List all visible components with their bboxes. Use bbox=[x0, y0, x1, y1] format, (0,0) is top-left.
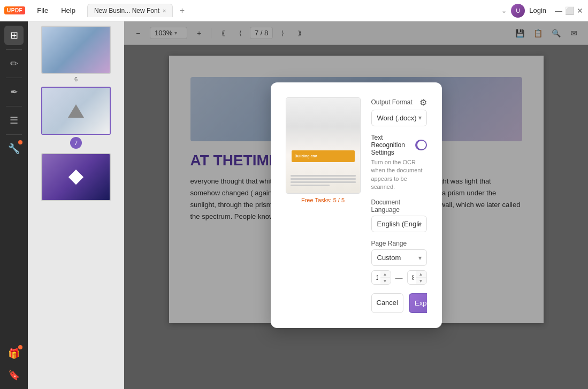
export-button[interactable]: Export bbox=[409, 293, 427, 313]
tab-document[interactable]: New Busin... New Font × bbox=[87, 4, 173, 17]
sidebar-divider-4 bbox=[6, 134, 22, 135]
pages-icon: ⊞ bbox=[10, 29, 18, 41]
ocr-group: Text Recognition Settings Turn on the OC… bbox=[371, 134, 427, 192]
language-label-row: Document Language bbox=[371, 199, 427, 213]
thumb-pagenum-7: 7 bbox=[74, 140, 78, 146]
thumb-pagenum-6: 6 bbox=[74, 76, 78, 82]
app-logo: UPDF bbox=[4, 6, 25, 14]
preview-line-1 bbox=[291, 175, 356, 177]
thumbnail-page-8[interactable] bbox=[32, 153, 120, 201]
tab-title: New Busin... New Font bbox=[94, 7, 159, 14]
thumb-img-8 bbox=[41, 153, 111, 201]
thumb-preview-6 bbox=[42, 27, 110, 73]
preview-bar-text: Building env bbox=[295, 154, 317, 158]
minimize-button[interactable]: — bbox=[555, 7, 562, 14]
tools-badge bbox=[18, 140, 22, 144]
modal-buttons: Cancel Export bbox=[371, 293, 427, 313]
window-controls: — ⬜ ✕ bbox=[555, 7, 584, 14]
thumb-img-7 bbox=[41, 87, 111, 135]
gift-badge bbox=[18, 345, 22, 349]
tab-area: New Busin... New Font × + bbox=[87, 4, 501, 17]
menu-file[interactable]: File bbox=[32, 4, 54, 17]
page-range-inputs: ▲ ▼ — ▲ ▼ bbox=[371, 270, 427, 285]
language-label: Document Language bbox=[371, 199, 427, 213]
preview-line-4 bbox=[291, 185, 330, 186]
ocr-toggle[interactable] bbox=[415, 140, 427, 150]
tab-close-btn[interactable]: × bbox=[163, 8, 166, 14]
forms-icon: ☰ bbox=[10, 115, 18, 126]
menu-help[interactable]: Help bbox=[56, 4, 81, 17]
language-group: Document Language English (English) Fren… bbox=[371, 199, 427, 232]
avatar-initials: U bbox=[516, 7, 520, 14]
sidebar-bottom: 🎁 🔖 bbox=[4, 344, 24, 385]
sidebar-gift-icon[interactable]: 🎁 bbox=[4, 344, 24, 363]
range-start-down[interactable]: ▼ bbox=[380, 278, 390, 284]
preview-image: Building env bbox=[286, 97, 361, 194]
content-area: − 103% ▾ + ⟪ ⟨ 7 / 8 ⟩ ⟫ 💾 📋 bbox=[124, 21, 588, 389]
modal-form: Output Format ⚙ Word (.docx) PDF (.pdf) … bbox=[371, 97, 427, 314]
modal-overlay: Building env Free Tasks: 5 / 5 bbox=[124, 21, 588, 389]
thumbnail-page-7[interactable]: 7 bbox=[32, 87, 120, 149]
bookmark-icon: 🔖 bbox=[8, 369, 20, 381]
range-end-wrap: ▲ ▼ bbox=[407, 270, 427, 285]
page-range-label: Page Range bbox=[371, 240, 407, 247]
login-button[interactable]: Login bbox=[529, 6, 546, 14]
range-start-up[interactable]: ▲ bbox=[380, 271, 390, 278]
sidebar-bookmark-icon[interactable]: 🔖 bbox=[4, 365, 24, 385]
thumbnail-page-6[interactable]: 6 bbox=[32, 26, 120, 82]
sidebar-divider-1 bbox=[6, 49, 22, 50]
new-tab-btn[interactable]: + bbox=[176, 5, 188, 17]
output-format-group: Output Format ⚙ Word (.docx) PDF (.pdf) … bbox=[371, 97, 427, 126]
annotate-icon: ✒ bbox=[10, 86, 18, 98]
title-bar-right: ⌄ U Login — ⬜ ✕ bbox=[501, 4, 584, 18]
range-start-spinners: ▲ ▼ bbox=[380, 271, 390, 284]
tools-icon: 🔧 bbox=[8, 143, 20, 155]
thumb-triangle-icon bbox=[68, 104, 84, 118]
ocr-label: Text Recognition Settings bbox=[371, 134, 415, 156]
page-range-label-row: Page Range bbox=[371, 240, 427, 247]
title-bar: UPDF File Help New Busin... New Font × +… bbox=[0, 0, 588, 21]
menu-bar: File Help bbox=[32, 4, 81, 17]
format-select[interactable]: Word (.docx) PDF (.pdf) Excel (.xlsx) Po… bbox=[371, 110, 427, 126]
language-select[interactable]: English (English) French (Français) Germ… bbox=[371, 216, 427, 232]
sidebar-forms-icon[interactable]: ☰ bbox=[4, 111, 24, 130]
thumb-badge-7: 7 bbox=[70, 137, 82, 149]
page-range-select[interactable]: All Pages Custom Odd Pages Even Pages bbox=[371, 249, 427, 266]
sidebar-annotate-icon[interactable]: ✒ bbox=[4, 82, 24, 102]
thumbnail-panel: 6 7 bbox=[28, 21, 124, 389]
thumb-img-6 bbox=[41, 26, 111, 74]
ocr-row: Text Recognition Settings bbox=[371, 134, 427, 156]
range-dash: — bbox=[395, 273, 403, 282]
range-end-spinners: ▲ ▼ bbox=[416, 271, 426, 284]
output-format-label: Output Format bbox=[371, 98, 413, 106]
range-end-down[interactable]: ▼ bbox=[416, 278, 426, 284]
ocr-description: Turn on the OCR when the document appear… bbox=[371, 158, 427, 192]
preview-orange-bar: Building env bbox=[292, 150, 355, 162]
sidebar-divider-3 bbox=[6, 106, 22, 106]
range-end-up[interactable]: ▲ bbox=[416, 271, 426, 278]
thumb-preview-8 bbox=[42, 154, 110, 200]
free-tasks-label: Free Tasks: 5 / 5 bbox=[286, 197, 361, 203]
cancel-button[interactable]: Cancel bbox=[371, 293, 403, 313]
close-window-button[interactable]: ✕ bbox=[576, 7, 584, 14]
maximize-button[interactable]: ⬜ bbox=[566, 7, 573, 14]
tab-dropdown-btn[interactable]: ⌄ bbox=[501, 7, 507, 14]
sidebar-tools-icon[interactable]: 🔧 bbox=[4, 139, 24, 158]
output-format-label-row: Output Format ⚙ bbox=[371, 97, 427, 108]
logo-text: UPDF bbox=[4, 6, 25, 14]
page-range-select-wrapper: All Pages Custom Odd Pages Even Pages bbox=[371, 249, 427, 266]
edit-icon: ✏ bbox=[10, 58, 18, 70]
thumb-preview-7 bbox=[42, 88, 110, 134]
format-select-wrapper: Word (.docx) PDF (.pdf) Excel (.xlsx) Po… bbox=[371, 110, 427, 126]
sidebar-edit-icon[interactable]: ✏ bbox=[4, 54, 24, 73]
sidebar-divider-2 bbox=[6, 78, 22, 78]
icon-sidebar: ⊞ ✏ ✒ ☰ 🔧 🎁 🔖 bbox=[0, 21, 28, 389]
sidebar-pages-icon[interactable]: ⊞ bbox=[4, 26, 24, 45]
gift-icon: 🎁 bbox=[8, 348, 20, 360]
range-start-wrap: ▲ ▼ bbox=[371, 270, 391, 285]
page-range-group: Page Range All Pages Custom Odd Pages Ev… bbox=[371, 240, 427, 285]
avatar: U bbox=[511, 4, 525, 18]
main-layout: ⊞ ✏ ✒ ☰ 🔧 🎁 🔖 bbox=[0, 21, 588, 389]
settings-icon[interactable]: ⚙ bbox=[419, 97, 427, 108]
toggle-thumb bbox=[417, 141, 426, 149]
